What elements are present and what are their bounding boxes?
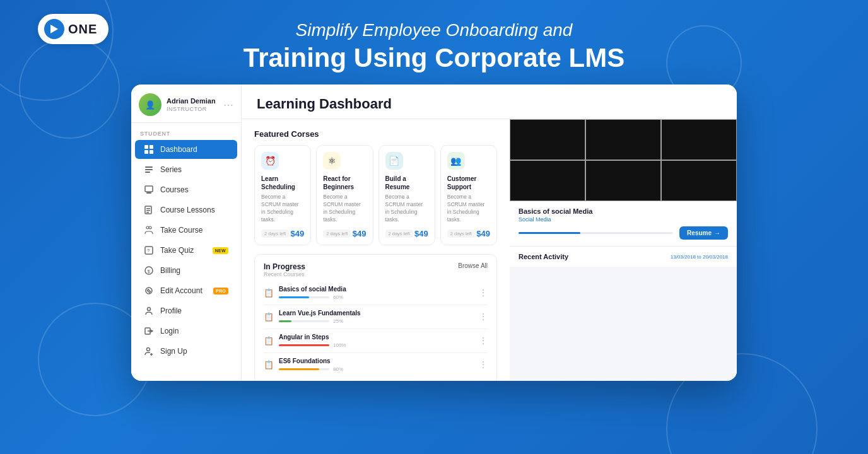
sidebar-item-take-course[interactable]: Take Course [135,221,237,240]
sidebar-item-take-quiz[interactable]: ? Take Quiz NEW [135,241,237,260]
sidebar-item-courses[interactable]: Courses [135,180,237,199]
course-row-name-2: Angular in Steps [279,334,474,340]
edit-account-icon [144,286,154,296]
progress-bar-fill-0 [279,296,309,298]
svg-rect-11 [146,208,150,209]
page-title: Learning Dashboard [257,96,392,112]
in-progress-title: In Progress [264,262,305,271]
course-desc-1: Become a SCRUM master in Scheduling task… [323,194,366,224]
progress-pct-0: 60% [333,294,343,300]
sidebar-item-label-profile: Profile [160,306,228,315]
sidebar-item-signup[interactable]: Sign Up [135,342,237,361]
svg-point-15 [149,226,151,229]
resume-arrow-icon: → [714,230,720,236]
progress-pct-1: 25% [333,318,343,324]
course-icon-3: 👥 [447,152,465,170]
course-row-icon-0: 📋 [264,288,274,298]
progress-bar-bg-3 [279,368,329,370]
course-desc-3: Become a SCRUM master in Scheduling task… [447,194,490,224]
svg-rect-3 [144,150,148,154]
svg-rect-9 [146,192,151,194]
sidebar-item-edit-account[interactable]: Edit Account PRO [135,281,237,300]
sidebar-item-series[interactable]: Series [135,160,237,179]
sidebar-item-label-courses: Courses [160,185,228,194]
course-row-name-1: Learn Vue.js Fundamentals [279,310,474,317]
days-left-3: 2 days left [447,230,475,238]
days-left-2: 2 days left [385,230,413,238]
resume-button[interactable]: Resume → [679,226,728,240]
progress-bar-fill-3 [279,368,319,370]
svg-rect-2 [150,145,153,149]
price-2: $49 [414,229,428,238]
resume-label: Resume [687,230,712,236]
rp-progress-bar [519,232,673,234]
more-options-icon[interactable]: ⋯ [223,99,233,111]
course-row-icon-2: 📋 [264,336,274,346]
user-info: Adrian Demian INSTRUCTOR [167,97,223,112]
right-panel-info: Basics of social Media Social Media Resu… [510,201,737,247]
svg-rect-7 [145,172,150,173]
sidebar-item-label-signup: Sign Up [160,347,228,356]
course-icon-0: ⏰ [261,152,279,170]
sidebar-item-dashboard[interactable]: Dashboard [135,140,237,159]
profile-icon [144,306,154,316]
sidebar-item-login[interactable]: Login [135,322,237,340]
wireframe-cell-4 [585,160,661,201]
course-row-info-2: Angular in Steps 100% [279,334,474,348]
progress-bar-wrap-0: 60% [279,294,474,300]
course-card-3[interactable]: 👥 Customer Support Become a SCRUM master… [440,145,497,245]
course-thumbnail [510,119,737,201]
browse-all-button[interactable]: Browse All [458,262,488,269]
svg-rect-12 [146,210,150,211]
svg-point-24 [147,348,150,351]
sidebar-section-label: STUDENT [131,123,241,139]
sidebar-item-profile[interactable]: Profile [135,301,237,320]
courses-grid: ⏰ Learn Scheduling Become a SCRUM master… [254,145,497,245]
sidebar-item-billing[interactable]: $ Billing [135,261,237,280]
header: Simplify Employee Onboarding and Trainin… [0,0,868,73]
sidebar-item-label-take-course: Take Course [160,226,228,235]
series-icon [144,165,154,175]
course-title-1: React for Beginners [323,175,366,191]
pro-badge: PRO [213,288,228,294]
dashboard-icon [144,144,154,154]
progress-header: In Progress Recent Courses Browse All [264,262,488,277]
progress-header-left: In Progress Recent Courses [264,262,305,277]
course-row-dots-3[interactable]: ⋮ [479,359,488,370]
course-row-info-1: Learn Vue.js Fundamentals 25% [279,310,474,324]
sidebar-item-label-dashboard: Dashboard [160,145,228,154]
course-row-icon-1: 📋 [264,312,274,322]
sidebar-item-course-lessons[interactable]: Course Lessons [135,201,237,219]
progress-row-1: 📋 Learn Vue.js Fundamentals 25% ⋮ [264,305,488,329]
course-title-0: Learn Scheduling [261,175,304,191]
course-row-info-0: Basics of social Media 60% [279,286,474,300]
sidebar-user: 👤 Adrian Demian INSTRUCTOR ⋯ [131,84,241,123]
signup-icon [144,346,154,356]
progress-pct-3: 80% [333,366,343,372]
course-row-dots-0[interactable]: ⋮ [479,288,488,298]
user-role: INSTRUCTOR [167,106,223,112]
progress-bar-fill-2 [279,344,329,346]
main-header: Learning Dashboard [242,84,737,119]
svg-rect-8 [145,186,153,192]
course-card-0[interactable]: ⏰ Learn Scheduling Become a SCRUM master… [254,145,311,245]
course-row-name-0: Basics of social Media [279,286,474,293]
recent-activity-dates: 13/03/2018 to 20/03/2018 [671,254,728,260]
course-row-dots-2[interactable]: ⋮ [479,335,488,346]
price-0: $49 [291,229,305,238]
in-progress-subtitle: Recent Courses [264,271,305,277]
course-card-2[interactable]: 📄 Build a Resume Become a SCRUM master i… [378,145,435,245]
progress-bar-wrap-2: 100% [279,342,474,348]
course-lessons-icon [144,205,154,215]
course-card-1[interactable]: ⚛ React for Beginners Become a SCRUM mas… [316,145,373,245]
svg-rect-5 [145,166,153,168]
courses-icon [144,185,154,195]
course-desc-0: Become a SCRUM master in Scheduling task… [261,194,304,224]
progress-bar-fill-1 [279,320,291,322]
main-content: Learning Dashboard Featured Corses ⏰ Lea… [242,84,737,381]
wireframe-grid [510,119,737,201]
rp-progress-bar-fill [519,232,580,234]
course-row-dots-1[interactable]: ⋮ [479,311,488,322]
progress-bar-bg-1 [279,320,329,322]
sidebar-item-label-course-lessons: Course Lessons [160,206,228,214]
